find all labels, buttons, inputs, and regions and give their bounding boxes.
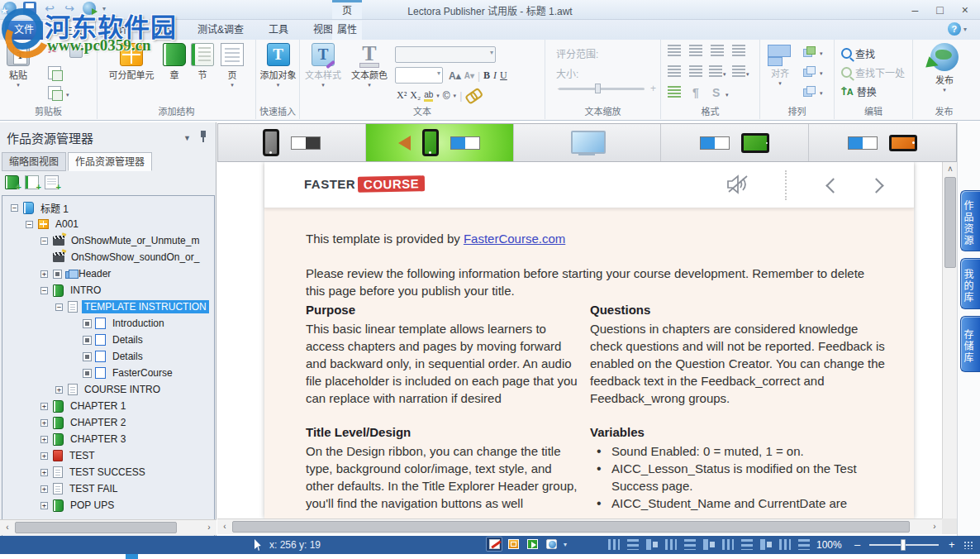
font-family-combo[interactable] [395, 46, 496, 63]
tab-properties[interactable]: 属性 [332, 21, 362, 40]
tree-expander-icon[interactable]: + [40, 502, 48, 509]
canvas-scroll-left-icon[interactable]: ‹ [219, 521, 231, 533]
tree-item[interactable]: −OnShowMute_or_Unmute_m [2, 232, 214, 249]
text-style-button[interactable]: T 文本样式 ▾ [302, 43, 345, 88]
tree-item[interactable]: Details [2, 332, 214, 348]
tree-item-label[interactable]: CHAPTER 2 [68, 416, 128, 429]
tab-file[interactable]: 文件 [5, 21, 43, 40]
add-object-button[interactable]: T 添加对象 ▾ [258, 43, 298, 88]
minimize-button[interactable]: – [912, 0, 919, 20]
group-objects-icon[interactable] [803, 86, 816, 97]
strikethrough-button[interactable]: S [712, 86, 720, 99]
run-mode-button[interactable] [505, 537, 521, 552]
publish-button[interactable]: 发布 ▾ [926, 43, 963, 93]
center-vertical-icon[interactable] [703, 539, 715, 550]
tree-checkbox[interactable] [83, 319, 92, 328]
tree-item[interactable]: +CHAPTER 2 [2, 414, 214, 431]
device-segment-phone-landscape[interactable] [809, 124, 956, 161]
copy-icon[interactable] [48, 66, 61, 79]
align-center-icon[interactable] [689, 45, 702, 58]
tree-checkbox[interactable] [83, 352, 92, 361]
tree-item[interactable]: +CHAPTER 1 [2, 398, 214, 414]
tree-item[interactable]: −TEMPLATE INSTRUCTION [2, 299, 214, 315]
text-color-button[interactable]: T 文本颜色 ▾ [348, 43, 391, 88]
tree-item[interactable]: −A001 [2, 216, 214, 232]
tree-item-label[interactable]: TEMPLATE INSTRUCTION [82, 300, 209, 313]
next-page-icon[interactable] [868, 178, 883, 193]
explorer-hscroll-thumb[interactable] [15, 522, 177, 533]
browser-preview-button[interactable] [543, 537, 559, 552]
tree-expander-icon[interactable]: + [40, 485, 48, 493]
tree-expander-icon[interactable]: + [55, 386, 63, 394]
tree-item-label[interactable]: POP UPS [68, 499, 117, 512]
numbered-list-icon[interactable] [709, 65, 722, 79]
cut-icon[interactable]: ✂ [48, 45, 61, 58]
align-right-edges-icon[interactable] [627, 539, 639, 550]
tab-工具[interactable]: 工具 [256, 21, 301, 40]
group-objects-caret-icon[interactable]: ▾ [820, 90, 823, 97]
tree-item[interactable]: FasterCourse [2, 365, 214, 381]
tree-expander-icon[interactable]: + [40, 469, 48, 476]
scroll-right-icon[interactable]: › [203, 522, 215, 533]
pilcrow-button[interactable]: ¶ [692, 86, 699, 99]
canvas-hscrollbar[interactable]: ‹ › [217, 518, 942, 534]
pin-icon[interactable] [199, 131, 207, 142]
align-button[interactable]: 对齐 ▾ [765, 45, 795, 87]
symbol-button[interactable]: © [443, 90, 450, 102]
tree-item[interactable]: +TEST [2, 447, 214, 464]
tree-item-label[interactable]: Header [76, 267, 113, 280]
tree-item[interactable]: Details [2, 348, 214, 365]
tree-item[interactable]: +COURSE INTRO [2, 381, 214, 398]
help-button[interactable]: ? ▾ [948, 22, 967, 36]
text-scale-slider[interactable]: – + [547, 83, 659, 94]
zoom-slider-handle[interactable] [901, 539, 906, 551]
vertical-align-icon[interactable] [668, 86, 681, 99]
canvas-vscroll-thumb[interactable] [944, 177, 956, 268]
tree-item[interactable]: Introduction [2, 315, 214, 332]
canvas-vscrollbar[interactable]: ˄ [942, 162, 957, 518]
side-tab-作品资源[interactable]: 作品资源 [960, 190, 980, 251]
explorer-tab-作品资源管理器[interactable]: 作品资源管理器 [68, 152, 152, 171]
find-next-button[interactable]: 查找下一处 [841, 65, 905, 79]
bring-forward-caret-icon[interactable]: ▾ [820, 50, 823, 57]
indent-icon[interactable] [689, 65, 702, 79]
highlight-caret-icon[interactable]: ▾ [436, 93, 440, 99]
canvas-hscroll-thumb[interactable] [232, 521, 910, 533]
tree-expander-icon[interactable]: − [40, 287, 48, 294]
tree-item[interactable]: +Header [2, 265, 214, 282]
page-canvas[interactable]: FASTER COURSE This template is provided … [217, 162, 942, 518]
toggle-blue-icon[interactable] [848, 136, 878, 150]
align-justify-icon[interactable] [732, 45, 745, 58]
make-same-width-icon[interactable] [760, 539, 772, 550]
paste-button[interactable]: 粘贴 ▾ [7, 43, 30, 88]
tree-item[interactable]: +CHAPTER 3 [2, 431, 214, 447]
chapter-button[interactable]: 章 [162, 43, 187, 81]
tree-checkbox[interactable] [53, 270, 62, 279]
tree-item-label[interactable]: Details [110, 333, 145, 346]
add-page-icon[interactable]: + [45, 175, 59, 189]
center-horizontal-icon[interactable] [684, 539, 696, 550]
tree-expander-icon[interactable]: − [40, 237, 48, 245]
replace-button[interactable]: T̂A 替换 [841, 84, 877, 98]
zoom-out-button[interactable]: – [854, 538, 860, 551]
tree-item-label[interactable]: CHAPTER 3 [68, 432, 128, 446]
explorer-tab-缩略图视图[interactable]: 缩略图视图 [2, 152, 66, 171]
tree-item-label[interactable]: FasterCourse [110, 366, 175, 380]
tab-插入[interactable]: 插入 [140, 21, 185, 40]
tree-item-label[interactable]: CHAPTER 1 [68, 399, 128, 413]
scroll-left-icon[interactable]: ‹ [2, 522, 13, 533]
mute-speaker-icon[interactable] [725, 174, 750, 195]
resize-grip-icon[interactable] [963, 541, 973, 549]
course-page[interactable]: FASTER COURSE This template is provided … [264, 162, 914, 518]
distribute-vertical-icon[interactable] [741, 539, 753, 550]
section-button[interactable]: 节 [190, 43, 215, 81]
tree-expander-icon[interactable]: + [40, 436, 48, 443]
tree-item-label[interactable]: TEST [67, 449, 98, 462]
tree-item-label[interactable]: 标题 1 [38, 200, 71, 216]
tree-item[interactable]: +POP UPS [2, 497, 214, 514]
maximize-button[interactable]: □ [936, 0, 943, 20]
tree-item[interactable]: −INTRO [2, 282, 214, 299]
tree-item-label[interactable]: Details [110, 350, 145, 363]
highlight-icon[interactable]: ab [424, 90, 433, 102]
side-tab-存储库[interactable]: 存储库 [960, 316, 980, 372]
